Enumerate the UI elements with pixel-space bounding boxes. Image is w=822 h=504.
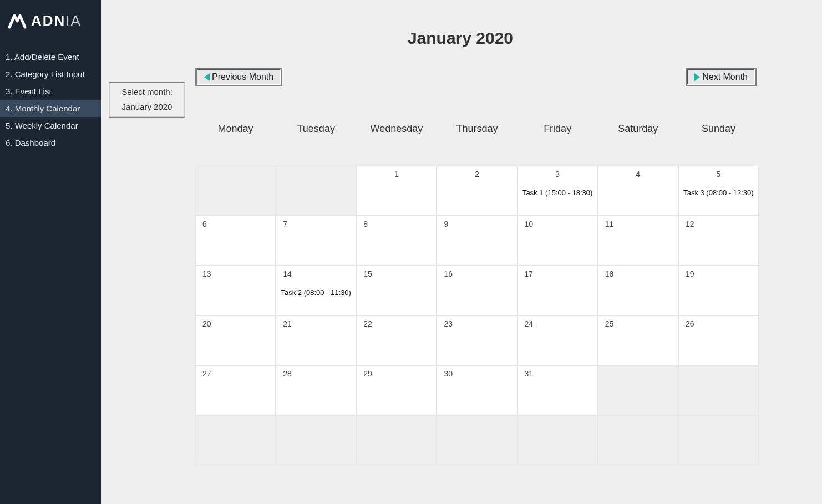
day-number: 15 (363, 269, 372, 278)
calendar-cell[interactable]: 24 (517, 315, 598, 365)
day-number: 13 (202, 269, 211, 278)
day-number: 20 (202, 319, 211, 328)
calendar-cell[interactable]: 8 (356, 216, 437, 266)
calendar-event[interactable]: Task 2 (08:00 - 11:30) (276, 288, 356, 297)
calendar-cell[interactable]: 12 (678, 216, 759, 266)
calendar-cell (356, 415, 437, 465)
calendar-cell[interactable]: 16 (437, 266, 517, 315)
calendar-cell[interactable]: 7 (276, 216, 356, 266)
day-number: 28 (283, 369, 292, 378)
calendar-cell[interactable]: 26 (678, 315, 759, 365)
day-number: 18 (605, 269, 614, 278)
calendar-cell[interactable]: 31 (517, 365, 598, 415)
calendar-cell (598, 415, 678, 465)
day-number: 8 (363, 220, 368, 228)
calendar-cell[interactable]: 2 (437, 166, 517, 216)
calendar-event[interactable]: Task 1 (15:00 - 18:30) (518, 189, 597, 197)
calendar-cell[interactable]: 9 (437, 216, 517, 266)
select-month-label: Select month: (109, 83, 185, 100)
sidebar-item-2[interactable]: 3. Event List (0, 83, 101, 100)
calendar-cell[interactable]: 15 (356, 266, 437, 315)
day-number: 29 (363, 369, 372, 378)
day-of-week-header: Monday (195, 123, 276, 166)
day-of-week-header: Friday (517, 123, 598, 166)
calendar-cell[interactable]: 5Task 3 (08:00 - 12:30) (678, 166, 759, 216)
calendar-cell[interactable]: 22 (356, 315, 437, 365)
calendar-cell (195, 415, 276, 465)
day-number: 5 (717, 170, 721, 179)
sidebar-item-1[interactable]: 2. Category List Input (0, 65, 101, 83)
calendar-cell[interactable]: 17 (517, 266, 598, 315)
calendar-cell[interactable]: 30 (437, 365, 517, 415)
day-number: 4 (636, 170, 640, 179)
day-number: 23 (444, 319, 453, 328)
calendar-cell[interactable]: 20 (195, 315, 276, 365)
calendar-cell (678, 415, 759, 465)
day-number: 31 (525, 369, 534, 378)
calendar-cell[interactable]: 29 (356, 365, 437, 415)
logo-text-thin: IA (65, 12, 82, 29)
day-number: 19 (686, 269, 694, 278)
nav: 1. Add/Delete Event2. Category List Inpu… (0, 48, 101, 151)
sidebar-item-3[interactable]: 4. Monthly Calendar (0, 100, 101, 117)
calendar-cell (678, 365, 759, 415)
calendar-grid: 123Task 1 (15:00 - 18:30)45Task 3 (08:00… (195, 166, 759, 465)
main: January 2020 Select month: January 2020 … (101, 0, 822, 504)
calendar-cell[interactable]: 6 (195, 216, 276, 266)
calendar-cell (598, 365, 678, 415)
previous-month-button[interactable]: Previous Month (195, 68, 282, 86)
day-number: 7 (283, 220, 287, 228)
day-number: 24 (525, 319, 534, 328)
triangle-left-icon (204, 73, 210, 81)
next-month-label: Next Month (702, 72, 748, 82)
logo: ADNIA (0, 0, 101, 48)
day-number: 14 (283, 269, 292, 278)
day-number: 1 (394, 170, 399, 179)
calendar-cell[interactable]: 11 (598, 216, 678, 266)
calendar-cell[interactable]: 3Task 1 (15:00 - 18:30) (517, 166, 598, 216)
calendar-cell[interactable]: 27 (195, 365, 276, 415)
calendar-cell[interactable]: 23 (437, 315, 517, 365)
day-of-week-header: Thursday (437, 123, 517, 166)
day-number: 6 (202, 220, 207, 228)
select-month-value: January 2020 (109, 100, 185, 117)
calendar-cell[interactable]: 21 (276, 315, 356, 365)
logo-text-bold: ADN (31, 12, 65, 29)
next-month-button[interactable]: Next Month (686, 68, 757, 86)
calendar-cell[interactable]: 18 (598, 266, 678, 315)
calendar-cell[interactable]: 14Task 2 (08:00 - 11:30) (276, 266, 356, 315)
day-number: 9 (444, 220, 448, 228)
sidebar-item-5[interactable]: 6. Dashboard (0, 134, 101, 151)
day-number: 27 (202, 369, 211, 378)
controls-row: Select month: January 2020 Previous Mont… (109, 68, 812, 123)
calendar-cell (517, 415, 598, 465)
day-number: 25 (605, 319, 614, 328)
sidebar-item-0[interactable]: 1. Add/Delete Event (0, 48, 101, 65)
sidebar-item-4[interactable]: 5. Weekly Calendar (0, 117, 101, 134)
day-number: 12 (686, 220, 694, 228)
page-title: January 2020 (109, 0, 812, 68)
calendar-cell[interactable]: 13 (195, 266, 276, 315)
calendar-cell (195, 166, 276, 216)
select-month-box[interactable]: Select month: January 2020 (109, 82, 185, 118)
calendar-cell[interactable]: 28 (276, 365, 356, 415)
previous-month-label: Previous Month (212, 72, 273, 82)
day-of-week-row: MondayTuesdayWednesdayThursdayFridaySatu… (195, 123, 759, 166)
calendar-cell[interactable]: 19 (678, 266, 759, 315)
calendar-cell[interactable]: 4 (598, 166, 678, 216)
day-number: 2 (475, 170, 479, 179)
day-number: 16 (444, 269, 453, 278)
day-number: 22 (363, 319, 372, 328)
calendar-cell[interactable]: 25 (598, 315, 678, 365)
day-number: 11 (605, 220, 614, 228)
calendar-cell[interactable]: 10 (517, 216, 598, 266)
calendar-cell[interactable]: 1 (356, 166, 437, 216)
day-number: 26 (686, 319, 694, 328)
sidebar: ADNIA 1. Add/Delete Event2. Category Lis… (0, 0, 101, 504)
day-of-week-header: Tuesday (276, 123, 356, 166)
day-number: 21 (283, 319, 292, 328)
triangle-right-icon (694, 73, 700, 81)
day-of-week-header: Sunday (678, 123, 759, 166)
logo-icon (8, 13, 27, 29)
calendar-event[interactable]: Task 3 (08:00 - 12:30) (679, 189, 758, 197)
